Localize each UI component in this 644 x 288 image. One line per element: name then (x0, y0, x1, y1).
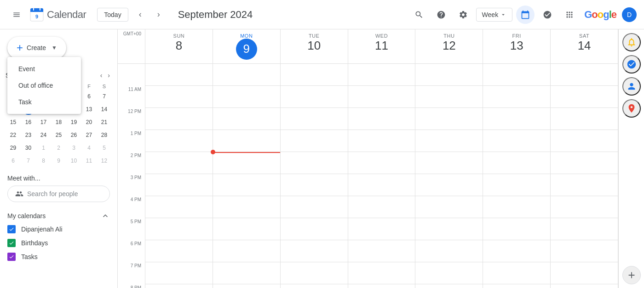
hour-slot[interactable] (281, 284, 348, 288)
mini-cal-day[interactable]: 4 (84, 142, 95, 153)
hour-slot[interactable] (145, 174, 213, 196)
mini-cal-day[interactable]: 2 (53, 142, 64, 153)
hour-slot[interactable] (415, 218, 483, 240)
hour-slot[interactable] (551, 284, 618, 288)
mini-cal-prev[interactable]: ‹ (98, 70, 104, 81)
hour-slot[interactable] (213, 196, 280, 218)
hour-slot[interactable] (348, 64, 415, 86)
mini-cal-day[interactable]: 25 (53, 130, 64, 141)
hour-slot[interactable] (551, 130, 618, 152)
mini-cal-day[interactable]: 1 (38, 142, 49, 153)
hour-slot[interactable] (483, 130, 550, 152)
mini-cal-next[interactable]: › (106, 70, 112, 81)
calendar-item-tasks[interactable]: Tasks (0, 250, 117, 264)
hour-slot[interactable] (415, 284, 483, 288)
hour-slot[interactable] (281, 108, 348, 130)
hour-slot[interactable] (348, 108, 415, 130)
hour-slot[interactable] (213, 152, 280, 174)
hour-slot[interactable] (483, 108, 550, 130)
mini-cal-day[interactable]: 3 (69, 142, 80, 153)
hour-slot[interactable] (145, 152, 213, 174)
mini-cal-day[interactable]: 23 (23, 130, 34, 141)
hour-slot[interactable] (415, 240, 483, 262)
right-maps-icon[interactable] (622, 99, 641, 118)
hour-slot[interactable] (551, 240, 618, 262)
create-button[interactable]: + Create ▼ (7, 37, 66, 59)
hour-slot[interactable] (415, 86, 483, 108)
hour-slot[interactable] (483, 218, 550, 240)
hour-slot[interactable] (348, 86, 415, 108)
tasks-button[interactable] (538, 6, 557, 24)
mini-cal-day[interactable]: 24 (38, 130, 49, 141)
hour-slot[interactable] (415, 152, 483, 174)
hour-slot[interactable] (348, 196, 415, 218)
hour-slot[interactable] (213, 240, 280, 262)
hour-slot[interactable] (551, 196, 618, 218)
hour-slot[interactable] (483, 64, 550, 86)
hour-slot[interactable] (551, 64, 618, 86)
hour-slot[interactable] (281, 196, 348, 218)
mini-cal-day[interactable]: 12 (99, 155, 110, 166)
hour-slot[interactable] (348, 240, 415, 262)
hour-slot[interactable] (145, 284, 213, 288)
mini-cal-day[interactable]: 15 (8, 117, 19, 128)
hour-slot[interactable] (415, 108, 483, 130)
mini-cal-day[interactable]: 7 (99, 91, 110, 102)
mini-cal-day[interactable]: 7 (23, 155, 34, 166)
dropdown-out-of-office[interactable]: Out of office (7, 77, 81, 94)
search-button[interactable] (410, 6, 428, 24)
hour-slot[interactable] (483, 86, 550, 108)
mini-cal-day[interactable]: 10 (69, 155, 80, 166)
day-column-14[interactable] (551, 64, 618, 288)
mini-cal-day[interactable]: 30 (23, 142, 34, 153)
hour-slot[interactable] (145, 240, 213, 262)
hour-slot[interactable] (281, 174, 348, 196)
hour-slot[interactable] (213, 108, 280, 130)
hour-slot[interactable] (145, 108, 213, 130)
prev-button[interactable]: ‹ (132, 6, 149, 23)
search-people-input[interactable]: Search for people (7, 186, 110, 202)
hour-slot[interactable] (551, 86, 618, 108)
mini-cal-day[interactable]: 17 (38, 117, 49, 128)
hour-slot[interactable] (483, 152, 550, 174)
user-avatar[interactable]: D (622, 7, 637, 22)
hour-slot[interactable] (213, 130, 280, 152)
hour-slot[interactable] (213, 262, 280, 284)
hour-slot[interactable] (415, 130, 483, 152)
hour-slot[interactable] (145, 64, 213, 86)
mini-cal-day[interactable]: 16 (23, 117, 34, 128)
mini-cal-day[interactable]: 28 (99, 130, 110, 141)
hour-slot[interactable] (483, 262, 550, 284)
mini-cal-day[interactable]: 9 (53, 155, 64, 166)
hour-slot[interactable] (213, 174, 280, 196)
hour-slot[interactable] (213, 64, 280, 86)
mini-cal-day[interactable]: 22 (8, 130, 19, 141)
dropdown-event[interactable]: Event (7, 61, 81, 77)
settings-button[interactable] (454, 6, 472, 24)
mini-cal-day[interactable]: 5 (99, 142, 110, 153)
mini-cal-day[interactable]: 27 (84, 130, 95, 141)
hour-slot[interactable] (415, 262, 483, 284)
mini-cal-day[interactable]: 18 (53, 117, 64, 128)
hour-slot[interactable] (213, 86, 280, 108)
hour-slot[interactable] (348, 218, 415, 240)
hour-slot[interactable] (213, 284, 280, 288)
hour-slot[interactable] (348, 130, 415, 152)
hour-slot[interactable] (213, 218, 280, 240)
calendar-item-birthdays[interactable]: Birthdays (0, 236, 117, 250)
day-column-8[interactable] (145, 64, 213, 288)
mini-cal-day[interactable]: 26 (69, 130, 80, 141)
hour-slot[interactable] (415, 64, 483, 86)
hour-slot[interactable] (281, 86, 348, 108)
hour-slot[interactable] (551, 108, 618, 130)
day-column-12[interactable] (415, 64, 483, 288)
hour-slot[interactable] (348, 262, 415, 284)
hour-slot[interactable] (551, 152, 618, 174)
mini-cal-day[interactable]: 19 (69, 117, 80, 128)
hour-slot[interactable] (348, 152, 415, 174)
hour-slot[interactable] (483, 284, 550, 288)
hour-slot[interactable] (145, 196, 213, 218)
hour-slot[interactable] (415, 196, 483, 218)
right-reminder-icon[interactable] (622, 33, 641, 51)
menu-button[interactable] (7, 6, 26, 24)
